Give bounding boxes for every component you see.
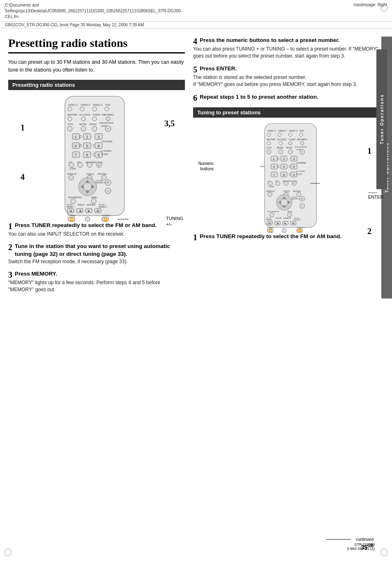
step-tuning-1: 1 Press TUNER repeatedly to select the F… (193, 233, 387, 242)
numeric-buttons-label: Numericbuttons (198, 161, 214, 172)
svg-text:DVD: DVD (105, 104, 111, 106)
step-1-title: Press TUNER repeatedly to select the FM … (15, 222, 157, 228)
header: C:\Documents and Settings\pc13\Desktop\J… (0, 0, 392, 22)
svg-text:+: + (301, 197, 303, 200)
step-6-num: 6 (193, 93, 197, 102)
svg-text:+: + (107, 181, 109, 185)
svg-text:5: 5 (86, 144, 88, 148)
svg-text:⏩: ⏩ (103, 218, 107, 221)
svg-text:MUSIC: MUSIC (90, 123, 97, 125)
svg-text:ADVANCE: ADVANCE (284, 217, 291, 219)
page-title: Presetting radio stations (8, 37, 185, 53)
svg-text:TUNER: TUNER (288, 139, 295, 141)
svg-text:VIDEO 1: VIDEO 1 (68, 104, 78, 106)
svg-text:7: 7 (74, 153, 76, 157)
svg-text:D.TUNING: D.TUNING (101, 150, 111, 152)
svg-text:TUNING –: TUNING – (267, 226, 275, 228)
remote-preset-svg: VIDEO 1 VIDEO 2 VIDEO 3 DVD MD/TAPE SA-C… (57, 94, 133, 222)
svg-text:VIDEO 3: VIDEO 3 (93, 104, 103, 106)
svg-text:ADVANCE: ADVANCE (87, 204, 95, 206)
svg-text:PRESET +: PRESET + (294, 219, 302, 221)
step-5-num: 5 (193, 65, 197, 74)
step-tuning-1-num: 1 (193, 233, 197, 242)
svg-text:VIDEO 1: VIDEO 1 (267, 130, 276, 132)
svg-text:3: 3 (97, 135, 99, 139)
svg-text:1: 1 (74, 135, 76, 139)
svg-text:⏭: ⏭ (292, 222, 295, 225)
svg-point-210 (282, 228, 286, 232)
svg-text:CLEAR: CLEAR (268, 185, 274, 188)
svg-text:2: 2 (86, 135, 88, 139)
step-2: 2 Tune in the station that you want to p… (8, 243, 185, 265)
svg-text:D.TUNING: D.TUNING (296, 170, 305, 172)
svg-text:VIDEO 2: VIDEO 2 (81, 104, 90, 106)
svg-text:AMP MENU: AMP MENU (102, 114, 114, 116)
corner-mark-br (380, 549, 388, 557)
svg-text:TOOLS: TOOLS (86, 173, 94, 175)
remote-tuning-svg: VIDEO 1 VIDEO 2 VIDEO 3 DVD MD/TAPE SA-C… (256, 122, 325, 233)
section2-header: Tuning to preset stations (193, 107, 387, 118)
remote-preset-section: 1 4 VIDEO 1 VIDEO 2 VIDEO 3 DVD (8, 94, 185, 222)
svg-text:PRESET –: PRESET – (266, 219, 274, 221)
svg-text:2: 2 (283, 157, 285, 161)
svg-text:8: 8 (86, 153, 88, 157)
svg-point-179 (281, 199, 288, 206)
svg-text:D.SKIP: D.SKIP (101, 153, 108, 155)
svg-text:FM MODE: FM MODE (297, 162, 306, 164)
svg-text:MUTING: MUTING (293, 190, 301, 192)
svg-text:TOOLS: TOOLS (283, 190, 290, 192)
svg-text:MOVIE: MOVIE (277, 147, 283, 149)
svg-point-56 (78, 162, 83, 167)
step-3-num: 3 (8, 270, 12, 279)
svg-text:9: 9 (97, 153, 99, 157)
svg-point-166 (284, 181, 288, 185)
svg-point-163 (276, 181, 280, 185)
svg-text:TUNER: TUNER (92, 114, 100, 116)
sub-header: GB01COV_STR-DG300-CEL.book Page 35 Monda… (0, 22, 392, 28)
svg-point-84 (91, 199, 96, 204)
svg-text:CLEAR: CLEAR (69, 167, 76, 170)
step-3-title: Press MEMORY. (15, 271, 57, 277)
sidebar-vertical-label: Tuner Operations (376, 49, 387, 189)
svg-text:MUTING: MUTING (98, 173, 107, 175)
svg-point-59 (87, 162, 92, 167)
svg-text:DISPLAY: DISPLAY (267, 190, 275, 192)
svg-text:4: 4 (273, 165, 275, 169)
step-2-num: 2 (8, 243, 12, 252)
svg-text:SA-CD/CD: SA-CD/CD (79, 114, 90, 116)
step-5-title: Press ENTER. (200, 65, 237, 72)
svg-point-129 (267, 149, 271, 153)
svg-text:TUNING –: TUNING – (67, 214, 77, 217)
step-1: 1 Press TUNER repeatedly to select the F… (8, 222, 185, 238)
svg-point-191 (288, 213, 292, 217)
tuning-label: TUNING+/– (166, 216, 183, 227)
svg-point-83 (71, 199, 76, 204)
svg-text:DISPLAY: DISPLAY (67, 173, 77, 175)
svg-text:5: 5 (283, 165, 285, 169)
svg-text:8: 8 (283, 173, 285, 176)
svg-text:−: − (107, 189, 109, 193)
svg-point-123 (300, 141, 304, 145)
svg-text:⏪: ⏪ (269, 229, 272, 232)
header-file-path: C:\Documents and Settings\pc13\Desktop\J… (5, 2, 182, 20)
svg-text:3: 3 (293, 157, 295, 161)
svg-text:D.SKIP: D.SKIP (296, 173, 302, 175)
svg-text:PRESET –: PRESET – (67, 206, 76, 208)
svg-text:MENU: MENU (288, 211, 293, 213)
marker-1-right: 1 (367, 146, 371, 156)
marker-35-right: 3,5 (164, 119, 175, 128)
svg-text:REPLAY: REPLAY (78, 204, 85, 206)
svg-point-173 (268, 192, 272, 196)
svg-text:6: 6 (97, 144, 99, 148)
svg-text:6: 6 (293, 165, 295, 169)
svg-text:RETURN/EXIT: RETURN/EXIT (68, 196, 82, 199)
svg-text:⏮: ⏮ (69, 209, 72, 212)
step-1-body: You can also use INPUT SELECTOR on the r… (8, 231, 185, 238)
step-1-num: 1 (8, 222, 12, 231)
step-6-title: Repeat steps 1 to 5 to preset another st… (200, 94, 318, 100)
step-4-body: You can also press TUNING + or TUNING – … (193, 46, 387, 60)
svg-point-16 (106, 117, 110, 121)
section1-header: Presetting radio stations (8, 80, 185, 90)
remote-tuning-section: Numericbuttons VIDEO 1 VIDEO 2 VIDEO 3 D… (193, 122, 387, 233)
svg-text:SUB WOOFER: SUB WOOFER (295, 146, 307, 148)
